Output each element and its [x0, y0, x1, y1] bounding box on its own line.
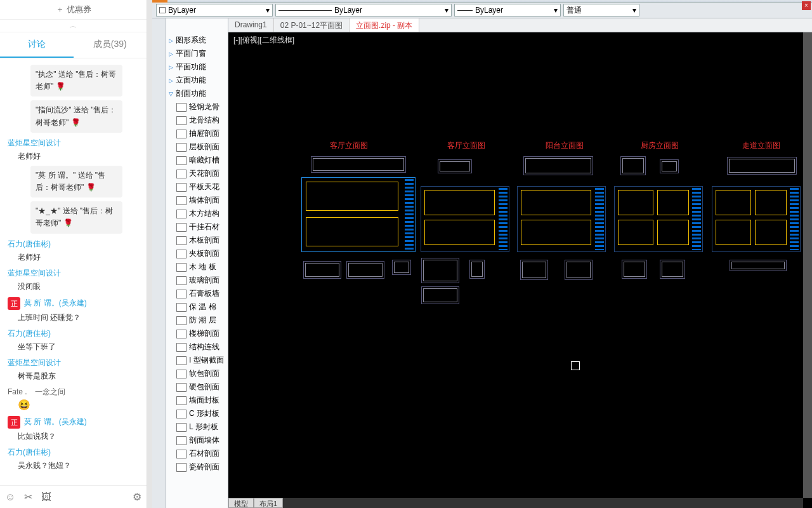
tool-palette[interactable]: ▷图形系统▷平面门窗▷平面功能▷立面功能▷剖面功能轻钢龙骨龙骨结构抽屉剖面层板剖… — [166, 18, 228, 508]
plotstyle-select[interactable]: 普通▾ — [563, 4, 639, 17]
palette-tool[interactable]: C 形封板 — [166, 407, 228, 420]
message-username[interactable]: 石力(唐佳彬) — [8, 447, 141, 458]
palette-tool[interactable]: 结构连线 — [166, 340, 228, 354]
palette-category[interactable]: ▷平面功能 — [166, 60, 228, 74]
gift-message: "执念" 送给 "售后：树哥老师" 🌹 — [30, 65, 122, 97]
tool-icon — [176, 450, 187, 458]
chevron-icon: ▷ — [168, 91, 174, 96]
palette-tool[interactable]: 楼梯剖面 — [166, 327, 228, 340]
tool-icon — [176, 330, 187, 338]
chat-header: ＋ 优惠券 — [0, 0, 147, 20]
tool-icon — [176, 423, 187, 432]
palette-tool[interactable]: 天花剖面 — [166, 167, 228, 180]
message-username[interactable]: 蓝炬星空间设计 — [8, 268, 141, 279]
palette-tool[interactable]: 干挂石材 — [166, 220, 228, 234]
message-text: 上班时间 还睡觉？ — [18, 312, 141, 323]
palette-tool[interactable]: 墙体剖面 — [166, 194, 228, 207]
palette-tool[interactable]: 玻璃剖面 — [166, 274, 228, 287]
file-tab[interactable]: Drawing1 — [228, 18, 274, 32]
palette-tool[interactable]: 平板天花 — [166, 180, 228, 194]
palette-tool[interactable]: 硬包剖面 — [166, 380, 228, 394]
palette-tool[interactable]: 保 温 棉 — [166, 300, 228, 314]
palette-tool[interactable]: 瓷砖剖面 — [166, 460, 228, 474]
message-username[interactable]: 正莫 所 谓。(吴永建) — [8, 297, 141, 310]
palette-tool[interactable]: 木方结构 — [166, 207, 228, 220]
emoji-icon[interactable]: ☺ — [5, 491, 15, 503]
message-text: 没闭眼 — [18, 281, 141, 292]
chevron-icon: ▷ — [169, 77, 173, 84]
palette-tool[interactable]: 防 潮 层 — [166, 314, 228, 327]
collapse-toggle[interactable]: ︿ — [0, 20, 147, 32]
palette-category[interactable]: ▷立面功能 — [166, 74, 228, 87]
gift-message: "指间流沙" 送给 "售后：树哥老师" 🌹 — [30, 100, 122, 132]
message-username[interactable]: 石力(唐佳彬) — [8, 328, 141, 339]
elevation-sheet — [421, 186, 509, 252]
plan-thumb — [727, 157, 797, 175]
palette-tool[interactable]: 夹板剖面 — [166, 247, 228, 260]
coupon-button[interactable]: ＋ 优惠券 — [0, 4, 147, 15]
scissors-icon[interactable]: ✂ — [24, 491, 32, 503]
splitter[interactable] — [147, 0, 152, 508]
palette-tool[interactable]: I 型钢截面 — [166, 354, 228, 367]
tool-icon — [176, 276, 187, 285]
palette-tool[interactable]: 暗藏灯槽 — [166, 154, 228, 167]
dwg-title: 厨房立面图 — [641, 140, 679, 151]
message-username[interactable]: 正莫 所 谓。(吴永建) — [8, 416, 141, 429]
tool-icon — [176, 143, 187, 152]
chevron-icon: ▷ — [169, 37, 173, 44]
plan-thumb — [346, 261, 384, 279]
message-username[interactable]: 蓝炬星空间设计 — [8, 138, 141, 149]
image-icon[interactable]: 🖼 — [41, 491, 51, 503]
linetype-select[interactable]: ———————ByLayer▾ — [275, 4, 452, 17]
message-username[interactable]: 蓝炬星空间设计 — [8, 358, 141, 368]
drawing-canvas[interactable]: [-][俯视][二维线框] 客厅立面图 客厅立面图 阳台立面图 厨房立面图 走道… — [228, 32, 812, 508]
palette-tool[interactable]: 软包剖面 — [166, 367, 228, 380]
file-tab[interactable]: 02 P-01~12平面图 — [274, 18, 350, 32]
message-username[interactable]: 石力(唐佳彬) — [8, 239, 141, 250]
layout-tab-1[interactable]: 布局1 — [254, 498, 283, 508]
file-tab[interactable]: 立面图.zip - 副本 — [350, 18, 419, 32]
palette-tool[interactable]: L 形封板 — [166, 420, 228, 434]
palette-tool[interactable]: 石膏板墙 — [166, 287, 228, 300]
message-text: 老师好 — [18, 151, 141, 162]
coupon-label: 优惠券 — [67, 4, 91, 15]
elevation-sheet — [517, 186, 606, 252]
file-tabs: Drawing102 P-01~12平面图立面图.zip - 副本 — [228, 18, 812, 32]
palette-tool[interactable]: 轻钢龙骨 — [166, 100, 228, 114]
palette-category[interactable]: ▷图形系统 — [166, 34, 228, 47]
plan-thumb — [303, 261, 341, 279]
tool-icon — [176, 410, 187, 418]
scrollbar-vertical[interactable] — [803, 32, 812, 498]
palette-tool[interactable]: 木板剖面 — [166, 234, 228, 247]
palette-tool[interactable]: 层板剖面 — [166, 140, 228, 154]
cursor-pickbox — [571, 361, 580, 370]
palette-category[interactable]: ▷剖面功能 — [166, 87, 228, 100]
close-icon[interactable]: × — [802, 1, 811, 10]
layer-color-select[interactable]: ByLayer▾ — [156, 4, 273, 17]
palette-tool[interactable]: 石材剖面 — [166, 447, 228, 460]
plan-thumb — [660, 260, 685, 279]
palette-tool[interactable]: 剖面墙体 — [166, 434, 228, 447]
palette-tool[interactable]: 龙骨结构 — [166, 114, 228, 127]
left-icon-strip[interactable] — [152, 18, 166, 508]
layout-tab-model[interactable]: 模型 — [228, 498, 254, 508]
plan-thumb — [620, 156, 646, 175]
palette-tool[interactable]: 墙面封板 — [166, 394, 228, 407]
lineweight-select[interactable]: ——ByLayer▾ — [454, 4, 561, 17]
tool-icon — [176, 290, 187, 298]
palette-category[interactable]: ▷平面门窗 — [166, 47, 228, 60]
gear-icon[interactable]: ⚙ — [133, 491, 141, 503]
plan-thumb — [469, 260, 485, 279]
cad-main: ▷图形系统▷平面门窗▷平面功能▷立面功能▷剖面功能轻钢龙骨龙骨结构抽屉剖面层板剖… — [152, 18, 812, 508]
chat-input-bar: ☺ ✂ 🖼 ⚙ — [0, 485, 147, 508]
palette-tool[interactable]: 抽屉剖面 — [166, 127, 228, 140]
tab-members[interactable]: 成员(39) — [74, 32, 147, 58]
palette-tool[interactable]: 木 地 板 — [166, 260, 228, 274]
tool-icon — [176, 396, 187, 405]
tool-icon — [176, 383, 187, 392]
tab-discuss[interactable]: 讨论 — [0, 32, 74, 58]
message-username[interactable]: Fate . 一念之间 — [8, 387, 141, 398]
chat-panel: ＋ 优惠券 ︿ 讨论 成员(39) "执念" 送给 "售后：树哥老师" 🌹"指间… — [0, 0, 147, 508]
chat-message-list[interactable]: "执念" 送给 "售后：树哥老师" 🌹"指间流沙" 送给 "售后：树哥老师" 🌹… — [0, 58, 147, 485]
scrollbar-horizontal[interactable] — [228, 498, 803, 508]
